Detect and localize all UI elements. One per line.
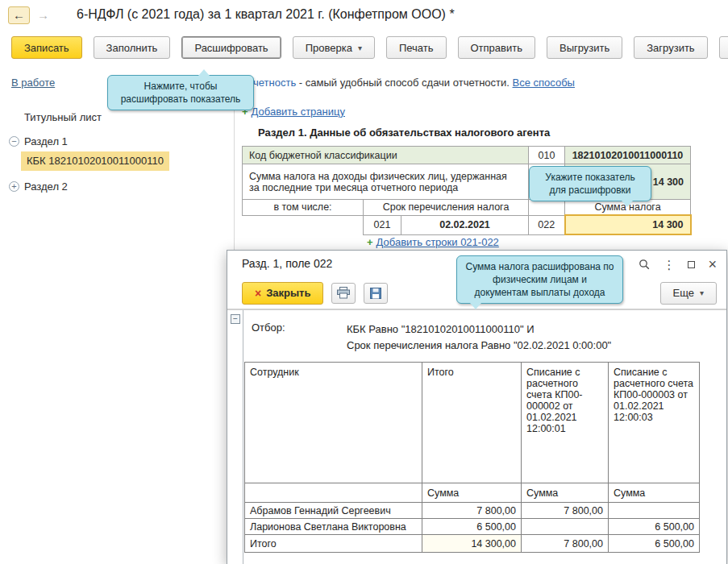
page-title: 6-НДФЛ (с 2021 года) за 1 квартал 2021 г… <box>77 7 455 22</box>
print-button[interactable]: Печать <box>386 36 447 59</box>
total-cell[interactable]: 6 500,00 <box>422 519 522 535</box>
term-header-cell: Срок перечисления налога <box>364 200 529 216</box>
close-dialog-button[interactable]: ×Закрыть <box>242 282 323 305</box>
sidebar-item-title-page[interactable]: Титульный лист <box>0 108 234 127</box>
doc1-cell[interactable]: 7 800,00 <box>522 503 609 519</box>
save-icon-button[interactable] <box>364 283 388 304</box>
sum-caption-cell: Сумма <box>522 483 609 503</box>
doc1-total-cell[interactable]: 7 800,00 <box>522 535 609 553</box>
status-in-progress-link[interactable]: В работе <box>11 77 55 89</box>
collapse-icon[interactable]: − <box>9 136 19 147</box>
chevron-down-icon: ▾ <box>358 44 362 52</box>
row022-code-cell: 022 <box>529 215 565 234</box>
ghost-cell <box>243 215 364 234</box>
empty-cell <box>245 483 422 503</box>
sidebar-item-kbk-label: КБК 18210102010011000110 <box>21 151 169 171</box>
including-label-cell: в том числе: <box>243 200 364 216</box>
decipher-button[interactable]: Расшифровать <box>181 36 281 59</box>
hint-indicator-callout: Укажите показатель для расшифровки <box>529 166 651 201</box>
group-collapse-button[interactable]: − <box>231 314 240 324</box>
dialog-window-icons: ⋮ × <box>639 256 717 272</box>
save-button[interactable]: Записать <box>11 36 82 59</box>
send-button[interactable]: Отправить <box>458 36 535 59</box>
forward-arrow-icon: → <box>37 8 49 22</box>
expand-icon[interactable]: + <box>9 181 19 192</box>
import-button[interactable]: Загрузить <box>634 36 707 59</box>
more-button[interactable]: Еще▾ <box>660 282 717 305</box>
sections-sidebar: Титульный лист − Раздел 1 КБК 1821010201… <box>0 98 235 564</box>
row022-value-cell[interactable]: 14 300 <box>565 215 691 234</box>
search-icon[interactable] <box>639 259 650 270</box>
sidebar-item-section2[interactable]: + Раздел 2 <box>0 177 234 197</box>
col-doc2-header: Списание с расчетного счета КП00-000003 … <box>609 363 700 483</box>
floppy-icon <box>370 288 381 299</box>
row-header-strip <box>227 310 243 564</box>
hint-decipher-text: Нажмите, чтобы расшифровать показатель <box>116 80 245 106</box>
add-rows-label: Добавить строки 021-022 <box>376 236 499 248</box>
doc2-total-cell[interactable]: 6 500,00 <box>609 535 700 553</box>
sidebar-item-label: Раздел 1 <box>24 135 68 147</box>
maximize-icon[interactable] <box>688 261 695 268</box>
back-button[interactable]: ← <box>8 6 30 24</box>
close-icon[interactable]: × <box>708 257 717 272</box>
filter-label: Отбор: <box>252 321 285 334</box>
fill-button[interactable]: Заполнить <box>94 36 171 59</box>
more-dots-icon[interactable]: ⋮ <box>663 259 675 271</box>
total-cell[interactable]: 7 800,00 <box>422 503 522 519</box>
forward-button[interactable]: → <box>32 6 54 24</box>
main-toolbar: Записать Заполнить Расшифровать Проверка… <box>11 36 728 59</box>
row021-code-cell: 021 <box>364 215 401 234</box>
back-arrow-icon: ← <box>13 8 25 22</box>
empty-cell <box>529 200 565 216</box>
export-button[interactable]: Выгрузить <box>547 36 622 59</box>
row021-date-cell[interactable]: 02.02.2021 <box>401 215 529 234</box>
add-rows-link[interactable]: +Добавить строки 021-022 <box>367 236 499 248</box>
grand-total-cell[interactable]: 14 300,00 <box>422 535 522 553</box>
filter-value: КБК Равно "18210102010011000110" И Срок … <box>347 321 611 354</box>
callout-tail <box>622 201 633 207</box>
close-dialog-label: Закрыть <box>266 287 310 299</box>
print-icon-button[interactable] <box>331 283 356 304</box>
more-button-label: Еще <box>673 287 694 299</box>
employee-cell[interactable]: Ларионова Светлана Викторовна <box>245 519 422 535</box>
sidebar-item-kbk[interactable]: КБК 18210102010011000110 <box>0 151 234 171</box>
employee-cell[interactable]: Абрамов Геннадий Сергеевич <box>245 503 422 519</box>
promo-all-ways-link[interactable]: Все способы <box>513 77 575 89</box>
doc1-cell[interactable] <box>522 519 609 535</box>
col-employee-header: Сотрудник <box>245 363 422 483</box>
breakdown-table: Сотрудник Итого Списание с расчетного сч… <box>244 362 700 553</box>
check-button[interactable]: Проверка▾ <box>293 36 375 59</box>
dialog-body: − Отбор: КБК Равно "18210102010011000110… <box>227 309 726 564</box>
section1-title: Раздел 1. Данные об обязательствах налог… <box>258 126 550 139</box>
promo-line: 1С-Отчетность - самый удобный способ сда… <box>223 77 575 89</box>
compare-button[interactable]: Сравнить <box>719 36 728 59</box>
sum-label-cell: Сумма налога на доходы физических лиц, у… <box>243 164 529 200</box>
breakdown-dialog: Разд. 1, поле 022 ⋮ × ×Закрыть Еще▾ <box>227 250 727 564</box>
doc2-cell[interactable] <box>609 503 700 519</box>
sum-caption-cell: Сумма <box>609 483 700 503</box>
sidebar-item-section1[interactable]: − Раздел 1 <box>0 132 234 151</box>
filter-line2: Срок перечисления налога Равно "02.02.20… <box>347 338 611 354</box>
close-x-icon: × <box>255 287 261 300</box>
hint-decipher-callout: Нажмите, чтобы расшифровать показатель <box>107 75 254 110</box>
add-page-link[interactable]: +Добавить страницу <box>242 106 345 118</box>
promo-text: - самый удобный способ сдачи отчетности. <box>296 77 512 89</box>
check-button-label: Проверка <box>306 42 352 54</box>
table-row: Абрамов Геннадий Сергеевич 7 800,00 7 80… <box>245 503 700 519</box>
col-doc1-header: Списание с расчетного счета КП00-000002 … <box>522 363 609 483</box>
kbk-code-cell: 010 <box>529 147 565 164</box>
filter-line1: КБК Равно "18210102010011000110" И <box>347 321 611 338</box>
callout-tail <box>470 303 481 309</box>
chevron-down-icon: ▾ <box>700 288 704 297</box>
kbk-value-cell[interactable]: 18210102010011000110 <box>565 147 691 164</box>
maximize-glyph <box>688 261 695 268</box>
hint-breakdown-text: Сумма налога расшифрована по физическим … <box>465 260 614 299</box>
doc2-cell[interactable]: 6 500,00 <box>609 519 700 535</box>
app-window: ← → 6-НДФЛ (с 2021 года) за 1 квартал 20… <box>0 0 728 564</box>
hint-breakdown-callout: Сумма налога расшифрована по физическим … <box>456 255 623 304</box>
dialog-title: Разд. 1, поле 022 <box>242 257 332 270</box>
table-row: Ларионова Светлана Викторовна 6 500,00 6… <box>245 519 700 535</box>
sidebar-item-label: Раздел 2 <box>24 180 68 193</box>
sum-caption-cell: Сумма <box>422 483 522 503</box>
kbk-label-cell: Код бюджетной классификации <box>243 147 529 164</box>
